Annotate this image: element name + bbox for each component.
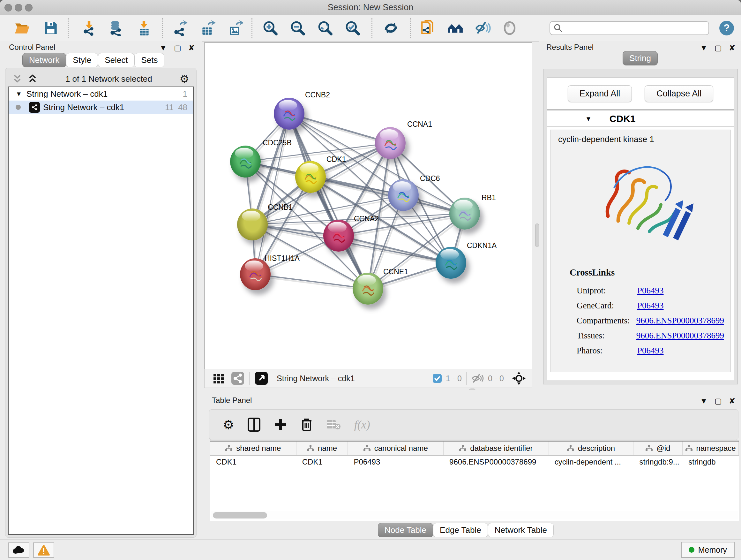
column-header-database-identifier[interactable]: database identifier (444, 442, 549, 455)
network-node-CDK1[interactable] (295, 161, 326, 193)
column-header-shared-name[interactable]: shared name (210, 442, 296, 455)
network-node-RB1[interactable] (449, 198, 480, 230)
tab-sets[interactable]: Sets (134, 53, 164, 67)
network-node-CCNB2[interactable] (274, 98, 305, 130)
table-cell[interactable]: P06493 (348, 455, 444, 469)
maximize-panel-icon[interactable]: ▢ (715, 44, 722, 52)
open-session-icon[interactable] (14, 20, 30, 36)
save-session-icon[interactable] (43, 20, 59, 36)
network-row[interactable]: String Network – cdk1 11 48 (9, 101, 193, 114)
network-node-HIST1H1A[interactable] (240, 258, 271, 290)
zoom-out-icon[interactable] (290, 20, 306, 36)
cybrowser-home-icon[interactable] (448, 20, 463, 36)
refresh-icon[interactable] (383, 20, 399, 36)
help-icon[interactable]: ? (719, 20, 735, 36)
control-panel-tabs: Network Style Select Sets (22, 53, 164, 67)
tab-network[interactable]: Network (22, 53, 66, 67)
table-horizontal-scrollbar[interactable] (211, 511, 738, 519)
crosslink-link[interactable]: P06493 (637, 286, 664, 296)
vertical-splitter-handle[interactable] (535, 224, 539, 247)
tab-edge-table[interactable]: Edge Table (433, 523, 488, 537)
application-window: Session: New Session ? Cont (0, 0, 741, 560)
table-options-gear-icon[interactable]: ⚙ (223, 417, 234, 432)
scrollbar-thumb[interactable] (213, 512, 267, 518)
column-header-namespace[interactable]: namespace (683, 442, 739, 455)
column-header-canonical-name[interactable]: canonical name (348, 442, 444, 455)
export-table-icon[interactable] (200, 20, 216, 36)
import-network-file-icon[interactable] (81, 20, 97, 36)
add-column-icon[interactable] (274, 418, 287, 431)
network-node-CDKN1A[interactable] (435, 247, 466, 279)
tab-node-table[interactable]: Node Table (378, 523, 433, 537)
cloud-button[interactable] (8, 543, 29, 558)
maximize-panel-icon[interactable]: ▢ (174, 44, 181, 52)
share-view-icon[interactable] (231, 371, 245, 385)
table-cell[interactable]: stringdb (683, 455, 739, 469)
column-header-description[interactable]: description (549, 442, 634, 455)
selected-checkbox-icon[interactable] (432, 374, 442, 383)
show-columns-icon[interactable] (248, 418, 260, 432)
column-header-@id[interactable]: @id (633, 442, 683, 455)
fit-crosshair-icon[interactable] (512, 371, 526, 386)
export-network-icon[interactable] (172, 20, 188, 36)
collapse-all-icon[interactable] (12, 74, 23, 84)
float-panel-icon[interactable]: ▼ (700, 44, 708, 52)
maximize-panel-icon[interactable]: ▢ (715, 396, 722, 406)
hidden-counter: 0 - 0 (488, 374, 504, 383)
crosslink-link[interactable]: P06493 (637, 301, 664, 311)
close-panel-icon[interactable]: ✘ (188, 44, 195, 52)
collapse-all-button[interactable]: Collapse All (645, 85, 713, 102)
network-options-gear-icon[interactable]: ⚙ (180, 72, 189, 85)
publication-share-icon[interactable] (420, 20, 436, 36)
close-panel-icon[interactable]: ✘ (729, 396, 735, 406)
search-input[interactable] (563, 23, 709, 33)
network-node-CCNA1[interactable] (375, 127, 406, 159)
grid-view-icon[interactable] (212, 372, 225, 385)
close-panel-icon[interactable]: ✘ (729, 44, 735, 52)
tab-select[interactable]: Select (98, 53, 134, 67)
network-node-CCNA2[interactable] (323, 220, 354, 252)
network-node-CDC25B[interactable] (230, 145, 261, 178)
import-network-database-icon[interactable] (108, 20, 124, 36)
collection-expander-icon[interactable]: ▼ (16, 90, 22, 98)
table-cell[interactable]: stringdb:9... (633, 455, 683, 469)
table-cell[interactable]: CDK1 (296, 455, 348, 469)
zoom-selected-icon[interactable] (345, 20, 360, 36)
expand-all-button[interactable]: Expand All (568, 85, 632, 102)
zoom-in-icon[interactable] (262, 20, 278, 36)
birds-eye-view-icon[interactable] (254, 371, 268, 385)
crosslink-link[interactable]: 9606.ENSP00000378699 (636, 316, 724, 326)
tab-network-table[interactable]: Network Table (488, 523, 554, 537)
table-cell[interactable]: 9606.ENSP00000378699 (444, 455, 549, 469)
network-edge[interactable] (255, 274, 368, 289)
hide-panel-icon[interactable] (475, 20, 491, 36)
table-cell[interactable]: cyclin-dependent ... (549, 455, 634, 469)
network-node-CCNE1[interactable] (353, 273, 383, 305)
tab-string[interactable]: String (623, 51, 658, 65)
memory-button[interactable]: Memory (681, 542, 735, 558)
zoom-fit-icon[interactable] (317, 20, 333, 36)
tab-style[interactable]: Style (66, 53, 98, 67)
entry-expander-icon[interactable]: ▼ (585, 115, 592, 123)
cloud-icon (12, 546, 25, 554)
network-collection-row[interactable]: ▼ String Network – cdk1 1 (9, 87, 193, 101)
column-header-name[interactable]: name (296, 442, 348, 455)
network-node-CDC6[interactable] (388, 179, 419, 211)
float-panel-icon[interactable]: ▼ (700, 396, 708, 406)
crosslink-link[interactable]: P06493 (637, 346, 664, 356)
column-header-label: database identifier (470, 444, 533, 453)
show-panel-icon[interactable] (502, 20, 518, 36)
export-image-icon[interactable] (227, 20, 243, 36)
node-structure-thumbnail (236, 152, 255, 172)
delete-column-icon[interactable] (300, 418, 313, 432)
float-panel-icon[interactable]: ▼ (159, 44, 167, 52)
table-cell[interactable]: CDK1 (210, 455, 296, 469)
table-row[interactable]: CDK1CDK1P064939606.ENSP00000378699cyclin… (210, 455, 739, 469)
import-table-icon[interactable] (136, 20, 152, 36)
network-node-CCNB1[interactable] (237, 208, 268, 240)
expand-all-icon[interactable] (27, 74, 38, 84)
crosslink-link[interactable]: 9606.ENSP00000378699 (636, 331, 724, 341)
warnings-button[interactable] (33, 543, 54, 558)
network-canvas[interactable]: CCNB2CCNA1CDC25BCDK1CDC6RB1CCNB1CCNA2CDK… (204, 43, 532, 370)
column-type-icon (363, 445, 370, 451)
